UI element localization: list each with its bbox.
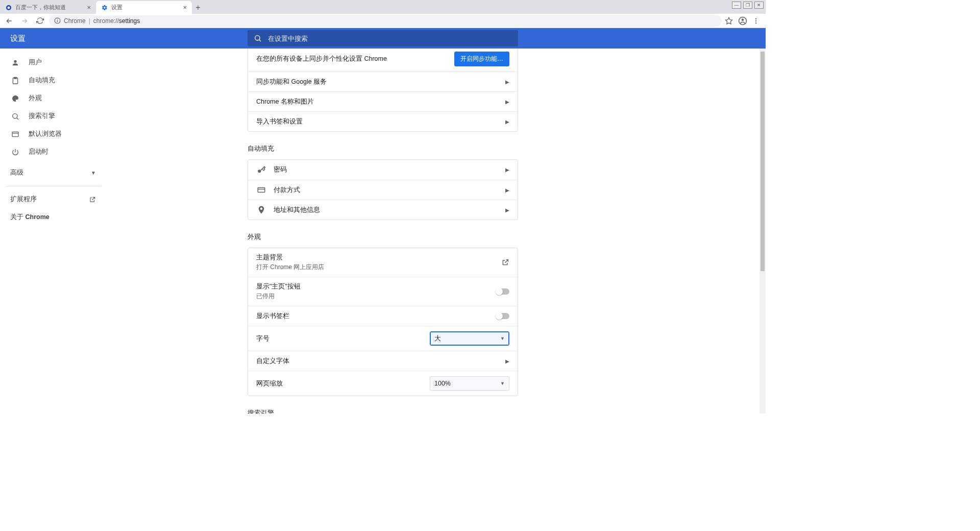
card-icon [256, 185, 266, 195]
info-icon [54, 17, 61, 24]
star-icon[interactable] [725, 17, 733, 25]
svg-point-1 [8, 6, 10, 9]
open-external-icon [89, 196, 96, 203]
maximize-button[interactable]: ❐ [743, 2, 752, 9]
row-sync-promo: 在您的所有设备上同步并个性化设置 Chrome 开启同步功能… [248, 49, 518, 71]
chevron-right-icon: ▶ [505, 119, 509, 125]
svg-rect-16 [12, 132, 18, 136]
reload-button[interactable] [34, 15, 46, 27]
svg-rect-14 [14, 77, 16, 79]
row-sync-services[interactable]: 同步功能和 Google 服务 ▶ [248, 71, 518, 91]
chevron-right-icon: ▶ [505, 358, 509, 364]
forward-button[interactable] [18, 15, 31, 27]
gear-icon [101, 4, 108, 11]
svg-point-15 [13, 113, 17, 118]
minimize-button[interactable]: — [732, 2, 741, 9]
section-search-title: 搜索引擎 [248, 408, 518, 414]
row-custom-fonts[interactable]: 自定义字体 ▶ [248, 351, 518, 371]
svg-point-9 [755, 20, 756, 21]
profile-icon[interactable] [738, 16, 747, 26]
browser-tab-settings[interactable]: 设置 × [96, 1, 192, 14]
back-button[interactable] [3, 15, 15, 27]
svg-point-8 [755, 18, 756, 19]
row-addresses[interactable]: 地址和其他信息 ▶ [248, 200, 518, 220]
row-page-zoom: 网页缩放 100% ▼ [248, 371, 518, 396]
sidebar-item-appearance[interactable]: 外观 [0, 89, 107, 107]
caret-down-icon: ▼ [500, 381, 505, 386]
svg-point-7 [742, 18, 744, 21]
section-appearance-title: 外观 [248, 232, 518, 242]
tab-title: 百度一下，你就知道 [15, 4, 66, 11]
search-icon [254, 34, 262, 42]
row-home-button: 显示"主页"按钮 已停用 [248, 277, 518, 306]
section-autofill-title: 自动填充 [248, 144, 518, 153]
row-theme[interactable]: 主题背景 打开 Chrome 网上应用店 [248, 248, 518, 277]
search-icon [11, 112, 19, 120]
row-font-size: 字号 大 ▼ [248, 326, 518, 351]
sidebar-advanced[interactable]: 高级 ▼ [0, 164, 107, 182]
vertical-scrollbar[interactable] [760, 49, 766, 414]
row-payment[interactable]: 付款方式 ▶ [248, 180, 518, 200]
tab-title: 设置 [111, 4, 122, 11]
zoom-select[interactable]: 100% ▼ [430, 376, 509, 391]
location-icon [256, 205, 266, 214]
page-title: 设置 [0, 34, 248, 43]
close-window-button[interactable]: ✕ [754, 2, 764, 9]
new-tab-button[interactable]: + [192, 2, 204, 14]
svg-point-17 [258, 170, 261, 173]
tab-strip: 百度一下，你就知道 × 设置 × + — ❐ ✕ [0, 0, 766, 14]
svg-rect-3 [57, 20, 58, 22]
sidebar-item-startup[interactable]: 启动时 [0, 143, 107, 161]
close-icon[interactable]: × [183, 4, 187, 11]
content-area: 在您的所有设备上同步并个性化设置 Chrome 开启同步功能… 同步功能和 Go… [107, 49, 766, 414]
sidebar-item-autofill[interactable]: 自动填充 [0, 71, 107, 89]
settings-search[interactable] [248, 30, 518, 46]
close-icon[interactable]: × [87, 4, 91, 11]
row-import[interactable]: 导入书签和设置 ▶ [248, 111, 518, 131]
chevron-right-icon: ▶ [505, 99, 509, 105]
row-chrome-name[interactable]: Chrome 名称和图片 ▶ [248, 91, 518, 111]
svg-rect-18 [258, 188, 265, 192]
font-size-select[interactable]: 大 ▼ [430, 331, 509, 346]
open-external-icon [501, 258, 509, 267]
browser-tab-baidu[interactable]: 百度一下，你就知道 × [0, 1, 96, 14]
sidebar-item-people[interactable]: 用户 [0, 54, 107, 71]
svg-point-11 [255, 36, 260, 40]
svg-point-10 [755, 22, 756, 23]
palette-icon [11, 94, 19, 103]
sidebar-item-search[interactable]: 搜索引擎 [0, 107, 107, 125]
power-icon [11, 148, 19, 156]
sidebar-extensions[interactable]: 扩展程序 [0, 190, 107, 208]
chevron-right-icon: ▶ [505, 187, 509, 193]
chevron-right-icon: ▶ [505, 79, 509, 85]
clipboard-icon [11, 77, 19, 85]
home-toggle[interactable] [496, 288, 509, 295]
svg-rect-4 [57, 19, 58, 19]
sidebar-about[interactable]: 关于 Chrome [0, 208, 107, 226]
url-chip: Chrome [64, 17, 86, 25]
chevron-right-icon: ▶ [505, 167, 509, 173]
row-passwords[interactable]: 密码 ▶ [248, 160, 518, 180]
address-bar: Chrome | chrome://settings [0, 14, 766, 28]
window-controls: — ❐ ✕ [732, 2, 764, 9]
key-icon [256, 165, 266, 175]
caret-down-icon: ▼ [500, 336, 505, 341]
turn-on-sync-button[interactable]: 开启同步功能… [454, 52, 509, 66]
chevron-right-icon: ▶ [505, 207, 509, 213]
chevron-down-icon: ▼ [91, 170, 96, 176]
search-input[interactable] [268, 35, 512, 42]
settings-toolbar: 设置 [0, 28, 766, 49]
bookmarks-toggle[interactable] [496, 313, 509, 319]
person-icon [11, 59, 19, 67]
sidebar: 用户 自动填充 外观 搜索引擎 默认浏览器 启动时 高级 ▼ 扩展程序 [0, 49, 107, 414]
browser-icon [11, 130, 19, 138]
svg-point-12 [14, 60, 16, 62]
svg-marker-5 [725, 17, 732, 24]
row-bookmarks-bar: 显示书签栏 [248, 306, 518, 326]
kebab-menu-icon[interactable] [752, 17, 760, 25]
baidu-favicon [5, 4, 12, 11]
sidebar-item-default-browser[interactable]: 默认浏览器 [0, 125, 107, 143]
omnibox[interactable]: Chrome | chrome://settings [49, 15, 722, 27]
